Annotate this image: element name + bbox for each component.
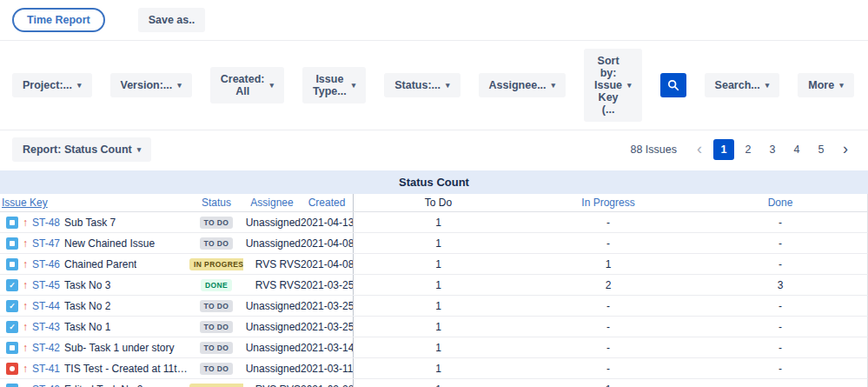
assignee: Unassigned [243, 217, 301, 229]
issues-count: 88 Issues [630, 143, 677, 156]
filter-status-label: Status:... [394, 79, 441, 91]
priority-up-icon: ↑ [23, 217, 28, 229]
filter-issue-type-label: Issue Type... [313, 73, 347, 97]
column-header-status[interactable]: Status [189, 197, 243, 209]
column-header-todo[interactable]: To Do [353, 194, 523, 211]
issue-type-icon [6, 342, 18, 354]
filter-bar: Project:... ▾ Version:... ▾ Created: All… [0, 41, 868, 130]
priority-up-icon: ↑ [23, 384, 28, 387]
issue-type-icon [6, 321, 18, 333]
todo-count: 1 [353, 233, 523, 253]
done-count: 3 [693, 279, 867, 291]
done-count: - [693, 258, 867, 270]
done-count: - [693, 300, 867, 312]
priority-up-icon: ↑ [23, 321, 28, 333]
in-progress-count: - [523, 363, 693, 375]
issue-key-link[interactable]: ST-43 [32, 321, 60, 333]
pagination-page-4[interactable]: 4 [786, 139, 807, 160]
issue-summary: Sub Task 7 [64, 217, 116, 229]
column-header-done[interactable]: Done [693, 197, 867, 209]
filter-sort-by[interactable]: Sort by: Issue Key (... ▾ [584, 49, 642, 122]
table-band-title: Status Count [0, 170, 868, 194]
issue-type-icon [6, 363, 18, 375]
pagination-page-2[interactable]: 2 [738, 139, 759, 160]
column-header-in-progress[interactable]: In Progress [523, 197, 693, 209]
column-header-created[interactable]: Created [301, 197, 353, 209]
done-count: - [693, 237, 867, 250]
done-count: - [693, 363, 867, 375]
time-report-button[interactable]: Time Report [12, 8, 105, 32]
issue-type-icon [6, 300, 18, 312]
more-button[interactable]: More ▾ [798, 73, 853, 97]
table-body: ↑ ST-48 Sub Task 7 TO DO Unassigned 2021… [0, 212, 868, 387]
table-row[interactable]: ↑ ST-40 Edited Task No 2 IN PROGRESS RVS… [0, 379, 868, 387]
filter-search-label: Search... [715, 79, 760, 91]
report-selector-label: Report: Status Count [23, 143, 132, 156]
pagination-prev-icon[interactable]: ‹ [689, 139, 710, 160]
table-row[interactable]: ↑ ST-43 Task No 1 TO DO Unassigned 2021-… [0, 317, 868, 337]
column-header-issue-key[interactable]: Issue Key [0, 197, 189, 209]
in-progress-count: 2 [523, 279, 693, 291]
filter-version-label: Version:... [121, 79, 173, 91]
filter-version[interactable]: Version:... ▾ [110, 73, 192, 97]
filter-assignee[interactable]: Assignee... ▾ [479, 73, 567, 97]
chevron-down-icon: ▾ [352, 82, 356, 90]
done-count: - [693, 217, 867, 229]
filter-created-label: Created: All [221, 73, 265, 97]
filter-search[interactable]: Search... ▾ [705, 73, 780, 97]
todo-count: 1 [353, 317, 523, 337]
issue-summary: Task No 3 [64, 279, 110, 291]
chevron-down-icon: ▾ [627, 82, 632, 90]
pagination-page-3[interactable]: 3 [762, 139, 783, 160]
pagination: 88 Issues ‹ 1 2 3 4 5 › [630, 139, 856, 160]
pagination-page-1[interactable]: 1 [713, 139, 734, 160]
filter-project[interactable]: Project:... ▾ [12, 73, 92, 97]
search-icon [667, 79, 679, 91]
report-selector-button[interactable]: Report: Status Count ▾ [12, 137, 151, 162]
issue-type-icon [6, 279, 18, 291]
search-button[interactable] [660, 73, 686, 97]
status-badge: IN PROGRESS [189, 258, 243, 270]
column-header-assignee[interactable]: Assignee [243, 197, 301, 209]
priority-up-icon: ↑ [23, 258, 28, 270]
created-date: 2021-03-25 [301, 321, 353, 333]
assignee: Unassigned [243, 363, 301, 375]
status-badge: DONE [201, 279, 232, 291]
pagination-page-5[interactable]: 5 [811, 139, 832, 160]
save-as-button[interactable]: Save as.. [138, 8, 206, 32]
priority-up-icon: ↑ [23, 237, 28, 250]
status-badge: TO DO [200, 217, 234, 229]
chevron-down-icon: ▾ [765, 82, 770, 90]
filter-project-label: Project:... [23, 79, 72, 91]
table-row[interactable]: ↑ ST-47 New Chained Issue TO DO Unassign… [0, 233, 868, 254]
chevron-down-icon: ▾ [177, 82, 182, 90]
table-row[interactable]: ↑ ST-46 Chained Parent IN PROGRESS RVS R… [0, 254, 868, 275]
created-date: 2021-03-14 [301, 342, 353, 354]
table-row[interactable]: ↑ ST-44 Task No 2 TO DO Unassigned 2021-… [0, 296, 868, 317]
issue-summary: Edited Task No 2 [64, 384, 143, 387]
issue-summary: Task No 2 [64, 300, 110, 312]
status-badge: TO DO [200, 363, 234, 375]
assignee: Unassigned [243, 342, 301, 354]
issue-key-link[interactable]: ST-46 [32, 258, 60, 270]
issue-key-link[interactable]: ST-48 [32, 217, 60, 229]
issue-key-link[interactable]: ST-47 [32, 237, 60, 250]
table-row[interactable]: ↑ ST-42 Sub- Task 1 under story TO DO Un… [0, 337, 868, 358]
status-badge: TO DO [200, 342, 234, 354]
status-badge: TO DO [200, 321, 234, 333]
table-row[interactable]: ↑ ST-45 Task No 3 DONE RVS RVS 2021-03-2… [0, 275, 868, 296]
filter-issue-type[interactable]: Issue Type... ▾ [302, 67, 366, 103]
issue-key-link[interactable]: ST-45 [32, 279, 60, 291]
issue-key-link[interactable]: ST-40 [32, 384, 60, 387]
filter-created[interactable]: Created: All ▾ [210, 67, 284, 103]
issue-key-link[interactable]: ST-42 [32, 342, 60, 354]
created-date: 2021-04-13 [301, 217, 353, 229]
table-row[interactable]: ↑ ST-48 Sub Task 7 TO DO Unassigned 2021… [0, 212, 868, 233]
chevron-down-icon: ▾ [270, 82, 275, 90]
chevron-down-icon: ▾ [839, 82, 844, 90]
pagination-next-icon[interactable]: › [835, 139, 856, 160]
issue-key-link[interactable]: ST-44 [32, 300, 60, 312]
filter-status[interactable]: Status:... ▾ [384, 73, 460, 97]
issue-key-link[interactable]: ST-41 [32, 363, 60, 375]
table-row[interactable]: ↑ ST-41 TIS Test - Created at 11th March… [0, 358, 868, 379]
